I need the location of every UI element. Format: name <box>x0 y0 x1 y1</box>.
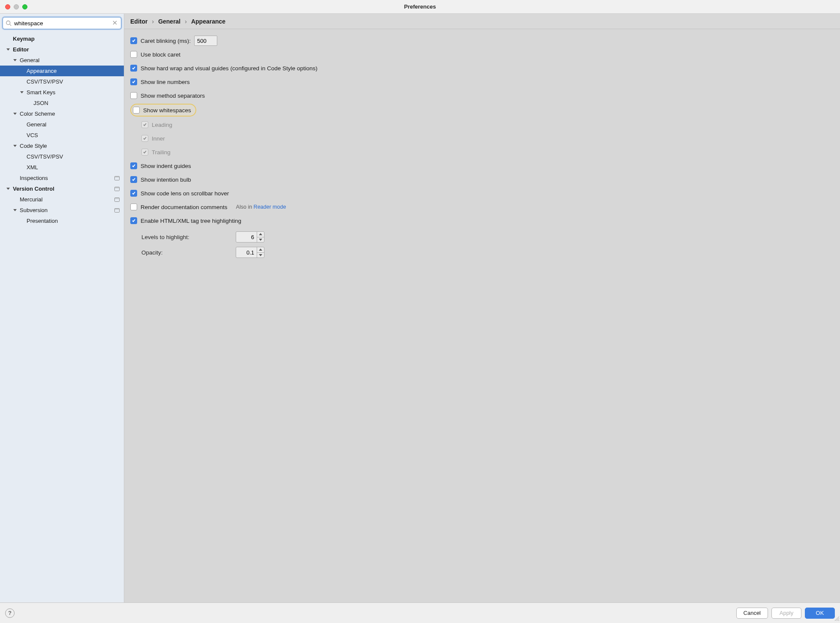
svg-rect-5 <box>115 176 120 177</box>
label-code-lens: Show code lens on scrollbar hover <box>141 190 229 197</box>
tree-item-codestyle[interactable]: Code Style <box>0 141 124 151</box>
input-caret-blinking-ms[interactable] <box>194 36 217 46</box>
checkbox-indent-guides[interactable] <box>130 162 137 169</box>
checkbox-render-docs[interactable] <box>130 204 137 210</box>
spinner-opacity[interactable] <box>236 247 264 258</box>
tree-item-general[interactable]: General <box>0 55 124 66</box>
setting-caret-blinking: Caret blinking (ms): <box>130 34 834 47</box>
breadcrumb-item[interactable]: Editor <box>130 18 147 25</box>
tree-item-smartkeys[interactable]: Smart Keys <box>0 87 124 98</box>
chevron-down-icon[interactable] <box>6 48 10 52</box>
window-zoom-button[interactable] <box>22 4 27 9</box>
input-opacity[interactable] <box>236 247 257 258</box>
checkbox-method-separators[interactable] <box>130 92 137 99</box>
chevron-down-icon[interactable] <box>13 208 17 213</box>
setting-trailing: Trailing <box>130 146 834 159</box>
clear-search-icon[interactable] <box>111 20 118 27</box>
label-tag-tree: Enable HTML/XML tag tree highlighting <box>141 218 241 224</box>
tree-item-label: Inspections <box>20 175 114 181</box>
breadcrumb: Editor › General › Appearance <box>124 14 840 29</box>
setting-show-whitespaces: Show whitespaces <box>130 104 196 117</box>
label-leading: Leading <box>152 122 172 128</box>
svg-rect-9 <box>115 198 120 199</box>
label-block-caret: Use block caret <box>141 51 180 58</box>
chevron-down-icon[interactable] <box>13 144 17 148</box>
chevron-right-icon: › <box>152 18 154 25</box>
tree-item-mercurial[interactable]: Mercurial <box>0 194 124 205</box>
tree-item-label: Version Control <box>13 186 114 192</box>
tree-item-vc[interactable]: Version Control <box>0 183 124 194</box>
label-levels: Levels to highlight: <box>141 234 236 240</box>
stepper-up-icon[interactable] <box>257 232 264 237</box>
checkbox-code-lens[interactable] <box>130 190 137 197</box>
checkbox-block-caret[interactable] <box>130 51 137 58</box>
ok-button[interactable]: OK <box>805 608 835 619</box>
tree-item-label: Code Style <box>20 143 124 149</box>
tree-item-label: Appearance <box>27 68 124 74</box>
search-input[interactable] <box>13 20 111 27</box>
help-button[interactable]: ? <box>5 608 15 618</box>
sidebar: KeymapEditorGeneralAppearanceCSV/TSV/PSV… <box>0 14 124 602</box>
tree-item-cs-vcs[interactable]: VCS <box>0 130 124 141</box>
chevron-down-icon[interactable] <box>6 187 10 191</box>
label-opacity: Opacity: <box>141 249 236 256</box>
search-field[interactable] <box>3 17 121 29</box>
chevron-down-icon[interactable] <box>13 112 17 116</box>
tree-item-label: CSV/TSV/PSV <box>27 78 124 85</box>
setting-render-docs: Render documentation comments Also in Re… <box>130 201 834 213</box>
checkbox-show-whitespaces[interactable] <box>133 107 140 114</box>
label-hard-wrap: Show hard wrap and visual guides (config… <box>141 65 318 72</box>
tree-item-label: VCS <box>27 132 124 138</box>
project-scope-icon <box>114 176 120 180</box>
apply-button[interactable]: Apply <box>771 608 801 619</box>
tree-item-csv[interactable]: CSV/TSV/PSV <box>0 76 124 87</box>
input-levels[interactable] <box>236 232 257 242</box>
tree-item-presentation[interactable]: Presentation <box>0 216 124 226</box>
chevron-down-icon[interactable] <box>20 90 24 95</box>
tree-item-editor[interactable]: Editor <box>0 44 124 55</box>
window-close-button[interactable] <box>5 4 10 9</box>
checkbox-line-numbers[interactable] <box>130 78 137 85</box>
stepper-down-icon[interactable] <box>257 252 264 258</box>
window-title: Preferences <box>404 3 436 10</box>
stepper-up-icon[interactable] <box>257 247 264 252</box>
setting-inner: Inner <box>130 132 834 145</box>
label-show-whitespaces: Show whitespaces <box>143 107 191 114</box>
setting-hard-wrap: Show hard wrap and visual guides (config… <box>130 62 834 75</box>
tree-item-colorscheme[interactable]: Color Scheme <box>0 108 124 119</box>
tree-item-label: Keymap <box>13 36 124 42</box>
window-minimize-button[interactable] <box>14 4 19 9</box>
tree-item-label: Editor <box>13 46 124 53</box>
tree-item-cs-csv[interactable]: CSV/TSV/PSV <box>0 151 124 162</box>
breadcrumb-item[interactable]: General <box>158 18 180 25</box>
chevron-down-icon[interactable] <box>13 58 17 63</box>
svg-line-1 <box>10 24 12 26</box>
tree-item-appearance[interactable]: Appearance <box>0 66 124 76</box>
cancel-button[interactable]: Cancel <box>736 608 768 619</box>
checkbox-hard-wrap[interactable] <box>130 65 137 72</box>
tree-item-json[interactable]: JSON <box>0 98 124 108</box>
spinner-levels[interactable] <box>236 231 264 243</box>
settings-tree: KeymapEditorGeneralAppearanceCSV/TSV/PSV… <box>0 32 124 602</box>
svg-rect-11 <box>115 208 120 210</box>
setting-tag-tree: Enable HTML/XML tag tree highlighting <box>130 214 834 227</box>
tree-item-inspections[interactable]: Inspections <box>0 173 124 183</box>
tree-item-keymap[interactable]: Keymap <box>0 33 124 44</box>
tree-item-cs-xml[interactable]: XML <box>0 162 124 173</box>
checkbox-caret-blinking[interactable] <box>130 37 137 44</box>
tree-item-subversion[interactable]: Subversion <box>0 205 124 216</box>
tree-item-cs-general[interactable]: General <box>0 119 124 130</box>
link-reader-mode[interactable]: Reader mode <box>254 204 286 210</box>
chevron-right-icon: › <box>185 18 187 25</box>
checkbox-intention-bulb[interactable] <box>130 176 137 183</box>
checkbox-tag-tree[interactable] <box>130 217 137 224</box>
label-trailing: Trailing <box>152 149 171 156</box>
tree-item-label: General <box>20 57 124 63</box>
setting-code-lens: Show code lens on scrollbar hover <box>130 187 834 200</box>
stepper-down-icon[interactable] <box>257 237 264 243</box>
setting-opacity: Opacity: <box>130 247 834 258</box>
setting-leading: Leading <box>130 118 834 131</box>
titlebar: Preferences <box>0 0 840 14</box>
setting-block-caret: Use block caret <box>130 48 834 61</box>
tree-item-label: Presentation <box>27 218 124 224</box>
